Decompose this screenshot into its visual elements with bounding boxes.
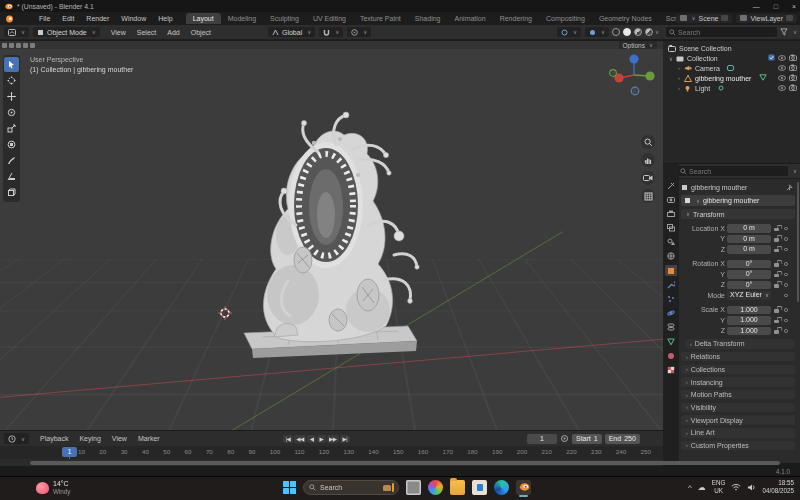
shading-solid-button[interactable]: [623, 28, 631, 36]
tab-particles[interactable]: [665, 294, 677, 305]
number-field[interactable]: 1.000: [727, 327, 771, 336]
timeline-ruler[interactable]: 1020304050607080901001101201301401501601…: [0, 446, 663, 459]
taskbar-app-photos[interactable]: [428, 480, 443, 495]
timeline-menu-playback[interactable]: Playback: [35, 434, 73, 443]
viewport-menu-view[interactable]: View: [106, 28, 131, 37]
menu-window[interactable]: Window: [116, 14, 151, 23]
tool-measure[interactable]: [4, 169, 19, 184]
animate-dot[interactable]: [784, 273, 788, 277]
jump-end-button[interactable]: ▶|: [340, 435, 350, 443]
animate-dot[interactable]: [784, 248, 788, 252]
lock-icon[interactable]: [773, 317, 781, 324]
workspace-tab-compositing[interactable]: Compositing: [539, 13, 592, 24]
lock-icon[interactable]: [773, 281, 781, 288]
snap-toggle[interactable]: ∨: [319, 27, 343, 37]
tool-setting-icon[interactable]: [2, 43, 7, 48]
viewport-menu-select[interactable]: Select: [132, 28, 161, 37]
tab-world[interactable]: [665, 251, 677, 262]
checkbox-icon[interactable]: [768, 54, 775, 62]
zoom-button[interactable]: [641, 135, 655, 149]
shading-dropdown[interactable]: ∨: [655, 29, 659, 35]
tray-clock[interactable]: 18:55 04/08/2025: [762, 479, 794, 495]
workspace-tab-animation[interactable]: Animation: [448, 13, 493, 24]
tab-output[interactable]: [665, 208, 677, 219]
volume-icon[interactable]: [747, 483, 756, 492]
section-custom-properties[interactable]: ›Custom Properties: [681, 441, 795, 451]
tool-setting-icon[interactable]: [30, 43, 35, 48]
tool-cursor[interactable]: [4, 73, 19, 88]
workspace-tab-geometry-nodes[interactable]: Geometry Nodes: [592, 13, 659, 24]
mode-selector[interactable]: Object Mode ∨: [33, 27, 100, 37]
disable-render-icon[interactable]: [789, 84, 797, 92]
taskbar-search[interactable]: Search: [303, 480, 399, 495]
ortho-toggle-button[interactable]: [641, 189, 655, 203]
tab-modifiers[interactable]: [665, 279, 677, 290]
minimize-button[interactable]: —: [753, 3, 760, 10]
number-field[interactable]: 0°: [727, 270, 771, 279]
tray-expand-chevron[interactable]: ^: [688, 483, 692, 492]
expand-icon[interactable]: ›: [675, 85, 683, 91]
lock-icon[interactable]: [773, 246, 781, 253]
animate-dot[interactable]: [784, 262, 788, 266]
disable-render-icon[interactable]: [789, 64, 797, 72]
rotation-mode-select[interactable]: XYZ Euler∨: [727, 291, 771, 300]
tab-object-data[interactable]: [665, 336, 677, 347]
tool-scale[interactable]: [4, 121, 19, 136]
animate-dot[interactable]: [784, 227, 788, 231]
number-field[interactable]: 0 m: [727, 224, 771, 233]
tool-select-box[interactable]: [4, 57, 19, 72]
timeline-scrollbar[interactable]: [0, 459, 663, 466]
lock-icon[interactable]: [773, 260, 781, 267]
workspace-tab-rendering[interactable]: Rendering: [493, 13, 539, 24]
number-field[interactable]: 0°: [727, 281, 771, 290]
taskbar-weather-widget[interactable]: 14°C Windy: [36, 480, 71, 496]
viewport-menu-add[interactable]: Add: [162, 28, 184, 37]
hide-eye-icon[interactable]: [778, 65, 786, 72]
tool-transform[interactable]: [4, 137, 19, 152]
section-relations[interactable]: ›Relations: [681, 352, 795, 362]
transform-panel-header[interactable]: ∨ Transform: [681, 209, 795, 219]
scene-selector[interactable]: ∨ Scene: [676, 14, 733, 23]
tab-object[interactable]: [665, 265, 677, 276]
auto-key-icon[interactable]: [560, 434, 569, 443]
lock-icon[interactable]: [773, 306, 781, 313]
workspace-tab-uv-editing[interactable]: UV Editing: [306, 13, 353, 24]
lock-icon[interactable]: [773, 225, 781, 232]
start-button[interactable]: [283, 481, 296, 494]
tool-setting-icon[interactable]: [16, 43, 21, 48]
lock-icon[interactable]: [773, 235, 781, 242]
tab-constraints[interactable]: [665, 322, 677, 333]
properties-search-input[interactable]: Search: [677, 166, 788, 176]
workspace-tab-texture-paint[interactable]: Texture Paint: [353, 13, 408, 24]
taskbar-app-explorer[interactable]: [450, 480, 465, 495]
properties-options-dropdown[interactable]: ∨: [793, 168, 797, 174]
view-layer-selector[interactable]: ViewLayer: [736, 14, 797, 23]
prev-keyframe-button[interactable]: ◀◀: [294, 435, 306, 443]
shading-rendered-button[interactable]: [645, 28, 653, 36]
navigation-gizmo[interactable]: [608, 51, 660, 103]
lock-icon[interactable]: [773, 271, 781, 278]
outliner-options-dropdown[interactable]: ∨: [793, 29, 797, 35]
section-delta-transform[interactable]: ›Delta Transform: [685, 339, 795, 349]
number-field[interactable]: 0°: [727, 260, 771, 269]
animate-dot[interactable]: [784, 237, 788, 241]
outliner-row-gibbering-mouther[interactable]: › gibbering mouther: [663, 73, 800, 83]
workspace-tab-sculpting[interactable]: Sculpting: [263, 13, 306, 24]
viewport-3d[interactable]: User Perspective (1) Collection | gibber…: [0, 49, 663, 430]
shading-wireframe-button[interactable]: [612, 28, 620, 36]
editor-type-button[interactable]: ∨: [4, 27, 29, 37]
taskbar-app-store[interactable]: [472, 480, 487, 495]
animate-dot[interactable]: [784, 319, 788, 323]
animate-dot[interactable]: [784, 294, 788, 298]
timeline-editor-button[interactable]: ∨: [4, 433, 29, 444]
overlays-dropdown[interactable]: ∨: [585, 27, 609, 37]
section-collections[interactable]: ›Collections: [681, 365, 795, 375]
maximize-button[interactable]: □: [774, 3, 778, 10]
tab-scene[interactable]: [665, 237, 677, 248]
model-gibbering-mouther[interactable]: [218, 105, 436, 367]
taskbar-app-blender-active[interactable]: [516, 480, 531, 495]
workspace-tab-layout[interactable]: Layout: [186, 13, 221, 24]
tab-texture[interactable]: [665, 364, 677, 375]
section-motion-paths[interactable]: ›Motion Paths: [681, 390, 795, 400]
tool-annotate[interactable]: [4, 153, 19, 168]
